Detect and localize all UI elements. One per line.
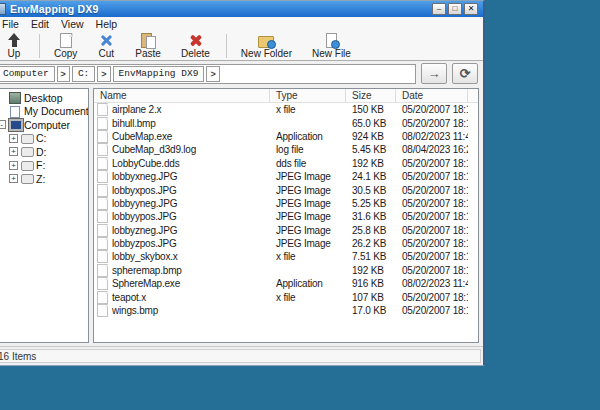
file-name-cell: airplane 2.x <box>94 103 270 116</box>
folder-tree[interactable]: DesktopMy Documents-Computer+C:+D:+F:+Z: <box>0 88 89 343</box>
expand-icon[interactable]: + <box>9 174 18 183</box>
table-row[interactable]: wings.bmp17.0 KB05/20/2007 18:10 <box>94 304 478 317</box>
table-row[interactable]: lobbyxneg.JPGJPEG Image24.1 KB05/20/2007… <box>94 170 478 183</box>
table-row[interactable]: lobby_skybox.xx file7.51 KB05/20/2007 18… <box>94 250 478 263</box>
column-header-name[interactable]: Name <box>94 89 270 102</box>
column-header-spacer <box>468 89 478 102</box>
file-name-cell: CubeMap_d3d9.log <box>94 143 270 156</box>
breadcrumb-chevron-icon[interactable]: > <box>206 66 219 82</box>
file-name-cell: lobbyyneg.JPG <box>94 197 270 210</box>
table-row[interactable]: lobbyxpos.JPGJPEG Image30.5 KB05/20/2007… <box>94 183 478 196</box>
file-date: 05/20/2007 18:10 <box>396 225 468 236</box>
toolbar-button-paste[interactable]: Paste <box>126 32 170 59</box>
close-button[interactable]: ✕ <box>464 3 478 15</box>
expander-spacer <box>0 93 6 102</box>
toolbar-button-label: Up <box>8 48 21 59</box>
file-name: teapot.x <box>112 292 146 303</box>
tree-item-my-documents[interactable]: My Documents <box>0 105 88 119</box>
table-row[interactable]: airplane 2.xx file150 KB05/20/2007 18:10 <box>94 103 478 116</box>
go-button[interactable]: → <box>421 63 447 84</box>
file-name-cell: bihull.bmp <box>94 117 270 130</box>
file-date: 05/20/2007 18:10 <box>396 104 468 115</box>
tree-item-z-[interactable]: +Z: <box>0 172 88 186</box>
column-header-size[interactable]: Size <box>346 89 396 102</box>
address-bar: Computer>C:>EnvMapping DX9> → ⟳ <box>0 60 483 86</box>
toolbar-button-label: New Folder <box>241 48 292 59</box>
toolbar: UpCopyCutPasteDeleteNew FolderNew File <box>0 31 483 60</box>
file-name-cell: lobbyzneg.JPG <box>94 224 270 237</box>
menu-item-edit[interactable]: Edit <box>25 18 55 30</box>
column-header-date[interactable]: Date <box>396 89 468 102</box>
expand-icon[interactable]: + <box>9 134 18 143</box>
drive-icon <box>20 160 33 171</box>
menu-item-file[interactable]: File <box>0 18 25 30</box>
toolbar-button-delete[interactable]: Delete <box>172 32 219 59</box>
file-name-cell: CubeMap.exe <box>94 130 270 143</box>
breadcrumb[interactable]: Computer>C:>EnvMapping DX9> <box>0 64 416 84</box>
breadcrumb-segment[interactable]: EnvMapping DX9 <box>113 66 205 82</box>
tree-item-c-[interactable]: +C: <box>0 132 88 146</box>
collapse-icon[interactable]: - <box>0 120 6 129</box>
title-bar[interactable]: EnvMapping DX9 – □ ✕ <box>0 1 483 17</box>
breadcrumb-segment[interactable]: Computer <box>0 66 55 82</box>
file-size: 30.5 KB <box>346 185 396 196</box>
file-name-cell: LobbyCube.dds <box>94 157 270 170</box>
table-row[interactable]: teapot.xx file107 KB05/20/2007 18:10 <box>94 290 478 303</box>
cut-icon <box>97 33 115 48</box>
table-row[interactable]: spheremap.bmp192 KB05/20/2007 18:10 <box>94 264 478 277</box>
toolbar-button-up[interactable]: Up <box>0 32 32 59</box>
file-type: x file <box>270 104 346 115</box>
tree-item-d-[interactable]: +D: <box>0 145 88 159</box>
file-name-cell: spheremap.bmp <box>94 264 270 277</box>
file-date: 05/20/2007 18:10 <box>396 171 468 182</box>
table-row[interactable]: lobbyypos.JPGJPEG Image31.6 KB05/20/2007… <box>94 210 478 223</box>
table-row[interactable]: lobbyzpos.JPGJPEG Image26.2 KB05/20/2007… <box>94 237 478 250</box>
file-name: spheremap.bmp <box>112 265 182 276</box>
table-row[interactable]: LobbyCube.ddsdds file192 KB05/20/2007 18… <box>94 157 478 170</box>
file-icon <box>97 304 108 317</box>
breadcrumb-chevron-icon[interactable]: > <box>97 66 110 82</box>
breadcrumb-chevron-icon[interactable]: > <box>57 66 70 82</box>
toolbar-button-new-file[interactable]: New File <box>303 32 360 59</box>
file-size: 65.0 KB <box>346 118 396 129</box>
delete-icon <box>186 33 204 48</box>
file-size: 150 KB <box>346 104 396 115</box>
menu-item-view[interactable]: View <box>55 18 90 30</box>
file-name: lobbyzpos.JPG <box>112 238 177 249</box>
tree-item-desktop[interactable]: Desktop <box>0 91 88 105</box>
toolbar-button-new-folder[interactable]: New Folder <box>232 32 301 59</box>
expand-icon[interactable]: + <box>9 161 18 170</box>
tree-item-f-[interactable]: +F: <box>0 159 88 173</box>
table-row[interactable]: CubeMap.exeApplication924 KB08/02/2023 1… <box>94 130 478 143</box>
table-row[interactable]: lobbyzneg.JPGJPEG Image25.8 KB05/20/2007… <box>94 224 478 237</box>
expand-icon[interactable]: + <box>9 147 18 156</box>
file-manager-window: EnvMapping DX9 – □ ✕ FileEditViewHelp Up… <box>0 0 485 366</box>
toolbar-button-label: Copy <box>54 48 77 59</box>
file-name: SphereMap.exe <box>112 278 180 289</box>
table-row[interactable]: lobbyyneg.JPGJPEG Image5.25 KB05/20/2007… <box>94 197 478 210</box>
file-date: 08/02/2023 11:40 <box>396 131 468 142</box>
tree-item-computer[interactable]: -Computer <box>0 118 88 132</box>
toolbar-button-copy[interactable]: Copy <box>45 32 86 59</box>
file-type: JPEG Image <box>270 225 346 236</box>
file-date: 08/02/2023 11:40 <box>396 278 468 289</box>
file-size: 17.0 KB <box>346 305 396 316</box>
table-row[interactable]: SphereMap.exeApplication916 KB08/02/2023… <box>94 277 478 290</box>
toolbar-button-cut[interactable]: Cut <box>88 32 124 59</box>
file-name-cell: lobbyypos.JPG <box>94 210 270 223</box>
column-header-type[interactable]: Type <box>270 89 346 102</box>
file-size: 25.8 KB <box>346 225 396 236</box>
maximize-button[interactable]: □ <box>448 3 462 15</box>
file-date: 08/04/2023 16:22 <box>396 144 468 155</box>
minimize-button[interactable]: – <box>432 3 446 15</box>
table-row[interactable]: CubeMap_d3d9.loglog file5.45 KB08/04/202… <box>94 143 478 156</box>
file-list: NameTypeSizeDate airplane 2.xx file150 K… <box>93 88 479 343</box>
window-title: EnvMapping DX9 <box>10 3 432 15</box>
refresh-button[interactable]: ⟳ <box>452 63 478 84</box>
drive-icon <box>20 173 33 184</box>
table-row[interactable]: bihull.bmp65.0 KB05/20/2007 18:10 <box>94 116 478 129</box>
breadcrumb-segment[interactable]: C: <box>72 66 95 82</box>
tree-item-label: F: <box>36 159 45 171</box>
menu-item-help[interactable]: Help <box>90 18 124 30</box>
menu-bar: FileEditViewHelp <box>0 17 483 31</box>
